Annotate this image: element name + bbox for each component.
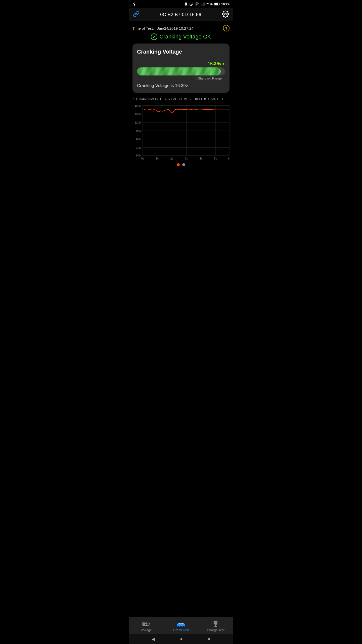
svg-text:15.0v: 15.0v — [134, 112, 142, 115]
svg-text:12.0v: 12.0v — [134, 121, 142, 124]
svg-line-5 — [192, 3, 192, 3]
device-id: 0C:B2:B7:0D:16:56 — [160, 12, 201, 17]
link-icon[interactable] — [133, 11, 140, 18]
progress-bar-container: Standard Range — [137, 67, 225, 80]
chart-container: 18.0v 15.0v 12.0v 9.0v 6.0v 3.0v 0.0v 0s… — [132, 103, 230, 161]
svg-line-3 — [191, 4, 192, 5]
main-content: Time of Test: Jan/24/2019 10:27:24 ? ✓ C… — [129, 21, 233, 168]
svg-text:2s: 2s — [170, 157, 173, 160]
battery-icon — [214, 3, 220, 6]
status-bar: 71% 10:29 — [129, 0, 233, 8]
status-badge: Cranking Voltage OK — [159, 33, 211, 40]
voltage-value: 16.39v — [208, 61, 221, 66]
voltage-arrow-icon: ▼ — [222, 62, 225, 66]
alarm-icon — [189, 2, 193, 6]
progress-bar-fill — [137, 67, 221, 75]
svg-text:6s: 6s — [228, 157, 230, 160]
time-display: 10:29 — [221, 2, 230, 6]
svg-text:5s: 5s — [214, 157, 217, 160]
svg-rect-8 — [202, 4, 202, 6]
svg-text:6.0v: 6.0v — [136, 138, 141, 141]
standard-range-label: Standard Range — [198, 76, 222, 80]
svg-text:4s: 4s — [199, 157, 202, 160]
dot-inactive[interactable] — [182, 163, 185, 166]
voltage-value-row: 16.39v ▼ — [137, 61, 225, 66]
progress-bar-background — [137, 67, 225, 75]
svg-text:9.0v: 9.0v — [136, 129, 141, 132]
svg-rect-9 — [203, 3, 203, 6]
test-time-row: Time of Test: Jan/24/2019 10:27:24 ? — [132, 25, 230, 31]
svg-point-6 — [197, 5, 197, 6]
dot-active[interactable] — [177, 163, 180, 166]
svg-text:0s: 0s — [141, 157, 144, 160]
status-ok-row: ✓ Cranking Voltage OK — [132, 33, 230, 40]
battery-percent: 71% — [206, 2, 213, 6]
svg-rect-7 — [201, 5, 201, 6]
voltage-chart: 18.0v 15.0v 12.0v 9.0v 6.0v 3.0v 0.0v 0s… — [132, 103, 230, 161]
svg-marker-0 — [133, 2, 135, 7]
status-right: 71% 10:29 — [184, 2, 230, 6]
wifi-icon — [195, 2, 199, 6]
pagination-dots — [132, 161, 230, 168]
auto-test-label: AUTOMATICALLY TESTS EACH TIME VEHICLE IS… — [132, 97, 230, 101]
test-time-label: Time of Test: Jan/24/2019 10:27:24 — [132, 26, 194, 30]
bluetooth-icon — [184, 2, 188, 6]
svg-rect-13 — [214, 3, 218, 5]
svg-text:3s: 3s — [185, 157, 188, 160]
svg-text:18.0v: 18.0v — [134, 104, 142, 107]
svg-line-4 — [190, 3, 190, 3]
check-circle-icon: ✓ — [151, 33, 157, 40]
signal-icon — [201, 2, 205, 6]
svg-rect-10 — [204, 3, 204, 6]
svg-text:0.0v: 0.0v — [136, 154, 141, 157]
settings-icon[interactable] — [222, 11, 229, 19]
cranking-voltage-description: Cranking Voltage is 16.39v — [137, 83, 225, 88]
status-left — [132, 2, 136, 7]
svg-rect-12 — [219, 4, 220, 5]
bolt-icon — [132, 2, 136, 7]
voltage-card: Cranking Voltage 16.39v ▼ Standard Range… — [132, 44, 230, 93]
app-header: 0C:B2:B7:0D:16:56 — [129, 8, 233, 21]
svg-text:1s: 1s — [156, 157, 159, 160]
help-icon[interactable]: ? — [223, 25, 230, 31]
svg-point-14 — [224, 13, 226, 15]
svg-text:3.0v: 3.0v — [136, 146, 141, 149]
voltage-card-title: Cranking Voltage — [137, 49, 225, 55]
test-datetime: Jan/24/2019 10:27:24 — [157, 26, 194, 30]
